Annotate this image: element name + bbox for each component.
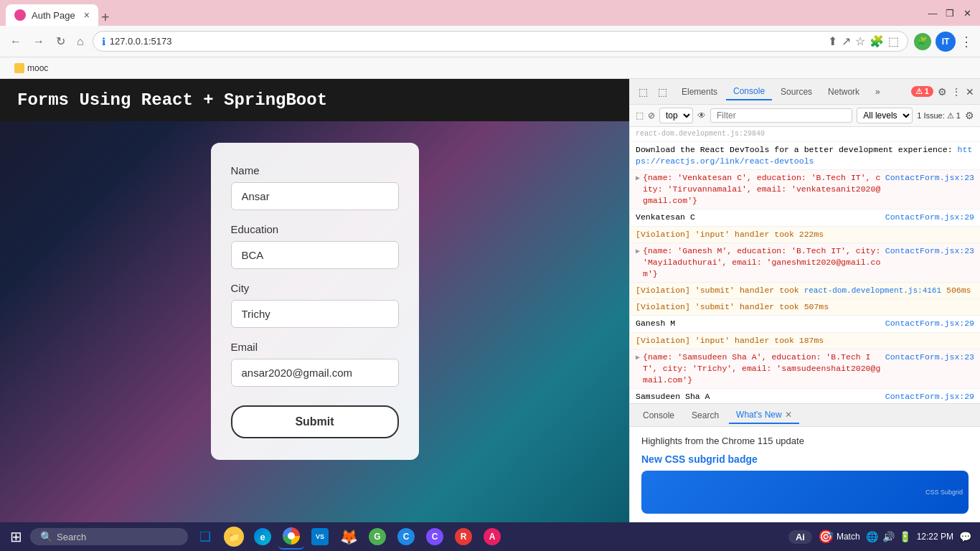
match-label: Match <box>837 532 860 542</box>
bookmark-label: mooc <box>27 63 48 73</box>
home-button[interactable]: ⌂ <box>74 32 87 51</box>
minimize-button[interactable]: — <box>925 6 940 20</box>
close-window-button[interactable]: ✕ <box>960 6 974 20</box>
taskbar-app-6[interactable]: G <box>364 524 390 550</box>
console-source-link[interactable]: ContactForm.jsx:29 <box>885 391 974 402</box>
maximize-button[interactable]: ❒ <box>943 6 957 20</box>
eye-button[interactable]: 👁 <box>697 110 706 121</box>
taskbar-app-chrome[interactable] <box>278 524 304 550</box>
console-settings-button[interactable]: ⚙ <box>965 110 974 121</box>
taskbar-app-8[interactable]: C <box>422 524 448 550</box>
address-input[interactable]: ℹ 127.0.0.1:5173 ⬆ ↗ ☆ 🧩 ⬚ <box>93 31 908 52</box>
taskbar-app-taskview[interactable]: ❑ <box>192 524 218 550</box>
page-header: Forms Using React + SpringBoot <box>0 79 629 121</box>
education-input[interactable] <box>231 241 399 269</box>
app10-icon: A <box>484 528 501 545</box>
console-line: Download the React DevTools for a better… <box>630 142 980 170</box>
clear-console-button[interactable]: ⊘ <box>648 110 655 121</box>
console-text: Venkatesan C <box>636 212 882 223</box>
console-line: Venkatesan C ContactForm.jsx:29 <box>630 209 980 226</box>
ai-button[interactable]: Ai <box>788 530 812 544</box>
console-text: {name: 'Venkatesan C', education: 'B.Tec… <box>643 172 882 207</box>
console-source-link[interactable]: ContactForm.jsx:23 <box>885 172 974 184</box>
edge-icon: e <box>254 528 271 545</box>
filter-input[interactable] <box>710 108 852 123</box>
active-tab[interactable]: Auth Page × <box>6 4 98 26</box>
extensions-button[interactable]: 🧩 <box>870 34 884 48</box>
taskbar: ⊞ 🔍 Search ❑ 📁 e VS 🦊 <box>0 522 980 551</box>
taskbar-app-firefox[interactable]: 🦊 <box>336 524 362 550</box>
browser-title-bar: Auth Page × + — ❒ ✕ <box>0 0 980 26</box>
battery-icon[interactable]: 🔋 <box>899 531 911 542</box>
sidebar-button[interactable]: ⬚ <box>888 34 899 48</box>
whats-new-close[interactable]: ✕ <box>785 410 792 420</box>
bookmark-mooc[interactable]: mooc <box>9 62 54 75</box>
devtools-more-button[interactable]: ⋮ <box>951 86 961 98</box>
extension-avatar[interactable]: 🧩 <box>914 33 931 50</box>
console-source-link[interactable]: ContactForm.jsx:23 <box>885 245 974 257</box>
context-select[interactable]: top <box>659 108 693 123</box>
education-label: Education <box>231 223 399 235</box>
console-source-link[interactable]: ContactForm.jsx:29 <box>885 212 974 223</box>
expand-arrow[interactable]: ▶ <box>636 172 640 184</box>
browser-menu-button[interactable]: ⋮ <box>960 34 973 50</box>
tab-sources[interactable]: Sources <box>773 83 819 100</box>
form-card: Name Education City Email Submit <box>211 143 419 460</box>
taskbar-app-7[interactable]: C <box>393 524 419 550</box>
start-button[interactable]: ⊞ <box>3 524 29 550</box>
network-icon[interactable]: 🌐 <box>866 531 878 542</box>
new-tab-button[interactable]: + <box>101 9 110 26</box>
tab-console[interactable]: Console <box>726 83 772 100</box>
expand-arrow[interactable]: ▶ <box>636 245 640 257</box>
name-input[interactable] <box>231 182 399 210</box>
expand-arrow[interactable]: ▶ <box>636 352 640 363</box>
taskbar-app-9[interactable]: R <box>451 524 476 550</box>
submit-button[interactable]: Submit <box>231 405 399 438</box>
share-button[interactable]: ↗ <box>842 34 851 48</box>
violation-link[interactable]: react-dom.development.js:4161 <box>804 286 941 295</box>
bottom-tab-search[interactable]: Search <box>684 408 726 423</box>
search-icon: 🔍 <box>40 531 52 542</box>
tab-network[interactable]: Network <box>821 83 867 100</box>
refresh-button[interactable]: ↻ <box>53 32 68 51</box>
devtools-settings-button[interactable]: ⚙ <box>938 86 947 98</box>
back-button[interactable]: ← <box>7 32 24 51</box>
console-source-link[interactable]: ContactForm.jsx:23 <box>885 352 974 363</box>
volume-icon[interactable]: 🔊 <box>882 531 895 542</box>
education-group: Education <box>231 223 399 269</box>
taskbar-apps: ❑ 📁 e VS 🦊 G C <box>192 524 505 550</box>
profile-button[interactable]: IT <box>936 32 956 52</box>
taskbar-search[interactable]: 🔍 Search <box>30 528 188 545</box>
inspect-button[interactable]: ⬚ <box>636 85 651 99</box>
start-icon: ⊞ <box>10 528 22 545</box>
taskbar-app-explorer[interactable]: 📁 <box>221 524 247 550</box>
bottom-tab-whats-new[interactable]: What's New ✕ <box>729 407 799 424</box>
email-input[interactable] <box>231 359 399 387</box>
bottom-tab-console[interactable]: Console <box>636 408 682 423</box>
notification-button[interactable]: 💬 <box>959 531 971 542</box>
page-content: Forms Using React + SpringBoot Name Educ… <box>0 79 629 522</box>
taskbar-app-10[interactable]: A <box>479 524 505 550</box>
forward-button[interactable]: → <box>30 32 47 51</box>
whats-new-img-label: CSS Subgrid <box>925 489 963 496</box>
tab-more[interactable]: » <box>868 83 887 100</box>
console-line: Ganesh M ContactForm.jsx:29 <box>630 316 980 332</box>
city-label: City <box>231 282 399 294</box>
console-source-link[interactable]: ContactForm.jsx:29 <box>885 318 974 329</box>
console-line: [Violation] 'submit' handler took 507ms <box>630 299 980 316</box>
device-button[interactable]: ⬚ <box>655 85 670 99</box>
bookmark-button[interactable]: ☆ <box>855 34 865 48</box>
taskbar-app-vscode[interactable]: VS <box>307 524 333 550</box>
form-wrapper: Name Education City Email Submit <box>0 121 629 481</box>
tab-elements[interactable]: Elements <box>674 83 725 100</box>
tab-close-button[interactable]: × <box>84 9 90 21</box>
whats-new-css-subgrid[interactable]: New CSS subgrid badge <box>641 453 969 465</box>
search-text: Search <box>57 532 86 542</box>
level-select[interactable]: All levels <box>857 108 913 123</box>
taskbar-app-edge[interactable]: e <box>250 524 275 550</box>
sidebar-toggle-button[interactable]: ⬚ <box>636 110 644 121</box>
translate-button[interactable]: ⬆ <box>828 34 837 48</box>
city-input[interactable] <box>231 300 399 328</box>
devtools-close-button[interactable]: ✕ <box>966 86 974 98</box>
secure-icon: ℹ <box>102 36 105 47</box>
